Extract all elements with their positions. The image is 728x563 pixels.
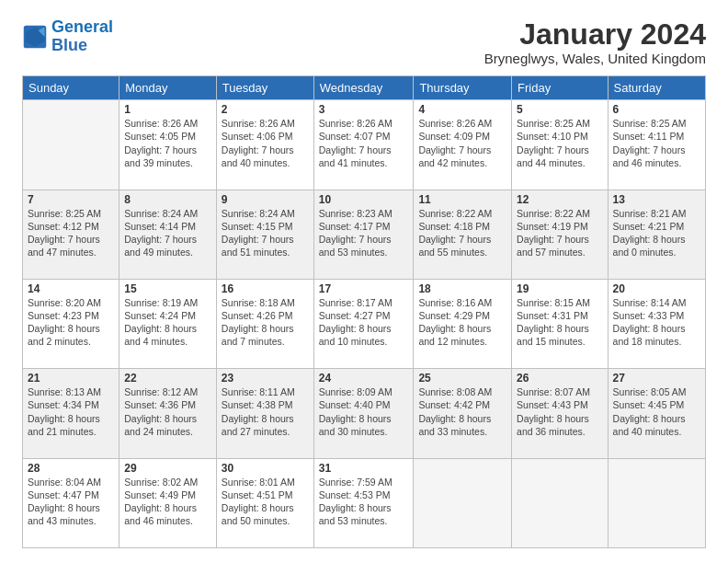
calendar-week-row: 1 Sunrise: 8:26 AMSunset: 4:05 PMDayligh…: [23, 100, 706, 190]
logo: General Blue: [22, 18, 113, 55]
day-number: 16: [222, 282, 309, 295]
day-info: Sunrise: 8:22 AMSunset: 4:18 PMDaylight:…: [418, 207, 506, 259]
day-number: 21: [28, 372, 114, 385]
day-number: 6: [613, 103, 700, 116]
day-info: Sunrise: 8:04 AMSunset: 4:47 PMDaylight:…: [28, 476, 114, 528]
table-row: 29 Sunrise: 8:02 AMSunset: 4:49 PMDaylig…: [119, 458, 217, 547]
day-number: 3: [319, 103, 409, 116]
day-info: Sunrise: 8:15 AMSunset: 4:31 PMDaylight:…: [517, 296, 603, 349]
calendar-header-row: Sunday Monday Tuesday Wednesday Thursday…: [23, 76, 706, 100]
day-number: 11: [418, 193, 506, 206]
day-number: 9: [222, 193, 309, 206]
table-row: 31 Sunrise: 7:59 AMSunset: 4:53 PMDaylig…: [313, 458, 414, 547]
day-info: Sunrise: 8:02 AMSunset: 4:49 PMDaylight:…: [124, 476, 211, 528]
col-wednesday: Wednesday: [313, 76, 414, 100]
table-row: 16 Sunrise: 8:18 AMSunset: 4:26 PMDaylig…: [216, 279, 313, 368]
day-number: 4: [418, 103, 506, 116]
calendar-week-row: 28 Sunrise: 8:04 AMSunset: 4:47 PMDaylig…: [23, 458, 706, 547]
col-tuesday: Tuesday: [216, 76, 313, 100]
table-row: 18 Sunrise: 8:16 AMSunset: 4:29 PMDaylig…: [414, 279, 512, 368]
table-row: 20 Sunrise: 8:14 AMSunset: 4:33 PMDaylig…: [608, 279, 705, 368]
logo-text: General Blue: [51, 18, 113, 55]
day-info: Sunrise: 8:21 AMSunset: 4:21 PMDaylight:…: [613, 207, 700, 259]
table-row: 8 Sunrise: 8:24 AMSunset: 4:14 PMDayligh…: [119, 190, 217, 279]
month-title: January 2024: [484, 18, 706, 51]
title-block: January 2024 Bryneglwys, Wales, United K…: [484, 18, 706, 66]
table-row: 15 Sunrise: 8:19 AMSunset: 4:24 PMDaylig…: [119, 279, 217, 368]
day-number: 20: [613, 282, 700, 295]
col-thursday: Thursday: [414, 76, 512, 100]
col-monday: Monday: [119, 76, 217, 100]
table-row: [512, 458, 609, 547]
table-row: 1 Sunrise: 8:26 AMSunset: 4:05 PMDayligh…: [119, 100, 217, 190]
day-info: Sunrise: 8:14 AMSunset: 4:33 PMDaylight:…: [613, 296, 700, 349]
day-info: Sunrise: 8:12 AMSunset: 4:36 PMDaylight:…: [124, 385, 211, 438]
day-info: Sunrise: 8:26 AMSunset: 4:05 PMDaylight:…: [124, 117, 211, 169]
day-number: 22: [124, 372, 211, 385]
table-row: 27 Sunrise: 8:05 AMSunset: 4:45 PMDaylig…: [608, 369, 705, 458]
day-info: Sunrise: 8:25 AMSunset: 4:12 PMDaylight:…: [28, 207, 114, 259]
day-info: Sunrise: 8:22 AMSunset: 4:19 PMDaylight:…: [517, 207, 603, 259]
day-info: Sunrise: 8:11 AMSunset: 4:38 PMDaylight:…: [222, 385, 309, 438]
table-row: 21 Sunrise: 8:13 AMSunset: 4:34 PMDaylig…: [23, 369, 119, 458]
day-number: 30: [222, 462, 309, 475]
table-row: 11 Sunrise: 8:22 AMSunset: 4:18 PMDaylig…: [414, 190, 512, 279]
day-info: Sunrise: 8:08 AMSunset: 4:42 PMDaylight:…: [418, 385, 506, 438]
calendar-week-row: 14 Sunrise: 8:20 AMSunset: 4:23 PMDaylig…: [23, 279, 706, 368]
table-row: 23 Sunrise: 8:11 AMSunset: 4:38 PMDaylig…: [216, 369, 313, 458]
day-number: 19: [517, 282, 603, 295]
col-friday: Friday: [512, 76, 609, 100]
day-info: Sunrise: 8:24 AMSunset: 4:15 PMDaylight:…: [222, 207, 309, 259]
table-row: 9 Sunrise: 8:24 AMSunset: 4:15 PMDayligh…: [216, 190, 313, 279]
day-info: Sunrise: 8:26 AMSunset: 4:07 PMDaylight:…: [319, 117, 409, 169]
day-number: 24: [319, 372, 409, 385]
table-row: [414, 458, 512, 547]
day-number: 13: [613, 193, 700, 206]
table-row: [608, 458, 705, 547]
day-info: Sunrise: 8:13 AMSunset: 4:34 PMDaylight:…: [28, 385, 114, 438]
table-row: 24 Sunrise: 8:09 AMSunset: 4:40 PMDaylig…: [313, 369, 414, 458]
day-number: 15: [124, 282, 211, 295]
table-row: 19 Sunrise: 8:15 AMSunset: 4:31 PMDaylig…: [512, 279, 609, 368]
table-row: 7 Sunrise: 8:25 AMSunset: 4:12 PMDayligh…: [23, 190, 119, 279]
table-row: 25 Sunrise: 8:08 AMSunset: 4:42 PMDaylig…: [414, 369, 512, 458]
day-number: 18: [418, 282, 506, 295]
day-info: Sunrise: 8:23 AMSunset: 4:17 PMDaylight:…: [319, 207, 409, 259]
day-number: 10: [319, 193, 409, 206]
day-number: 5: [517, 103, 603, 116]
logo-line2: Blue: [51, 36, 87, 54]
table-row: 22 Sunrise: 8:12 AMSunset: 4:36 PMDaylig…: [119, 369, 217, 458]
table-row: [23, 100, 119, 190]
table-row: 10 Sunrise: 8:23 AMSunset: 4:17 PMDaylig…: [313, 190, 414, 279]
day-info: Sunrise: 8:26 AMSunset: 4:06 PMDaylight:…: [222, 117, 309, 169]
table-row: 28 Sunrise: 8:04 AMSunset: 4:47 PMDaylig…: [23, 458, 119, 547]
day-info: Sunrise: 8:07 AMSunset: 4:43 PMDaylight:…: [517, 385, 603, 438]
day-number: 2: [222, 103, 309, 116]
col-sunday: Sunday: [23, 76, 119, 100]
day-info: Sunrise: 8:05 AMSunset: 4:45 PMDaylight:…: [613, 385, 700, 438]
day-info: Sunrise: 8:18 AMSunset: 4:26 PMDaylight:…: [222, 296, 309, 349]
table-row: 30 Sunrise: 8:01 AMSunset: 4:51 PMDaylig…: [216, 458, 313, 547]
table-row: 17 Sunrise: 8:17 AMSunset: 4:27 PMDaylig…: [313, 279, 414, 368]
day-info: Sunrise: 8:09 AMSunset: 4:40 PMDaylight:…: [319, 385, 409, 438]
logo-icon: [22, 24, 48, 50]
page: General Blue January 2024 Bryneglwys, Wa…: [0, 0, 728, 563]
table-row: 3 Sunrise: 8:26 AMSunset: 4:07 PMDayligh…: [313, 100, 414, 190]
table-row: 6 Sunrise: 8:25 AMSunset: 4:11 PMDayligh…: [608, 100, 705, 190]
day-info: Sunrise: 8:25 AMSunset: 4:10 PMDaylight:…: [517, 117, 603, 169]
day-number: 31: [319, 462, 409, 475]
day-number: 8: [124, 193, 211, 206]
header: General Blue January 2024 Bryneglwys, Wa…: [22, 18, 706, 66]
day-info: Sunrise: 7:59 AMSunset: 4:53 PMDaylight:…: [319, 476, 409, 528]
day-number: 28: [28, 462, 114, 475]
calendar-week-row: 7 Sunrise: 8:25 AMSunset: 4:12 PMDayligh…: [23, 190, 706, 279]
day-number: 26: [517, 372, 603, 385]
table-row: 5 Sunrise: 8:25 AMSunset: 4:10 PMDayligh…: [512, 100, 609, 190]
table-row: 14 Sunrise: 8:20 AMSunset: 4:23 PMDaylig…: [23, 279, 119, 368]
day-info: Sunrise: 8:19 AMSunset: 4:24 PMDaylight:…: [124, 296, 211, 349]
calendar-table: Sunday Monday Tuesday Wednesday Thursday…: [22, 75, 706, 548]
day-number: 7: [28, 193, 114, 206]
table-row: 12 Sunrise: 8:22 AMSunset: 4:19 PMDaylig…: [512, 190, 609, 279]
calendar-week-row: 21 Sunrise: 8:13 AMSunset: 4:34 PMDaylig…: [23, 369, 706, 458]
col-saturday: Saturday: [608, 76, 705, 100]
